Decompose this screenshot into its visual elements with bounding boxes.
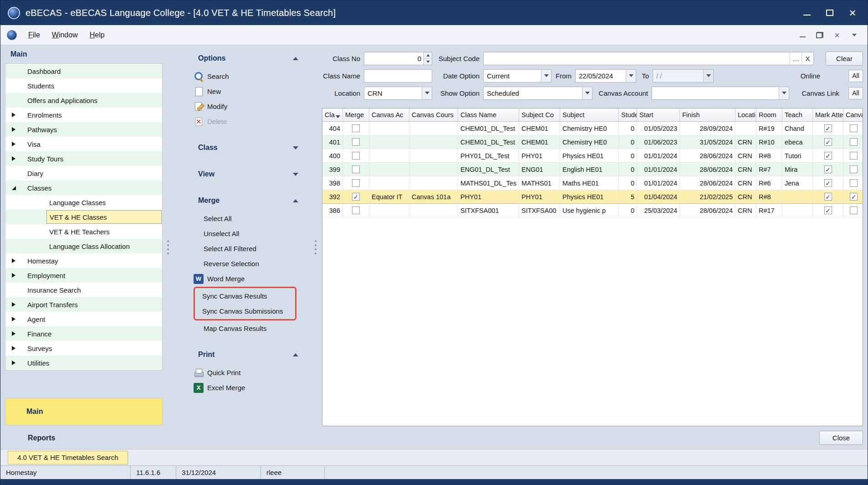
tool-item-sync-canvas-submissions[interactable]: Sync Canvas Submissions [195, 304, 295, 319]
tool-item-unselect-all[interactable]: Unselect All [191, 226, 300, 241]
group-header-view[interactable]: View [191, 166, 300, 182]
sidebar-item-diary[interactable]: Diary [5, 166, 162, 181]
sidebar-group-main[interactable]: Main [5, 398, 163, 425]
sidebar-item-classes[interactable]: Classes [5, 181, 162, 195]
sidebar-item-students[interactable]: Students [5, 78, 162, 93]
col-header-students[interactable]: Stude [619, 108, 637, 122]
merge-checkbox[interactable] [352, 179, 360, 187]
table-row[interactable]: 400PHY01_DL_TestPHY01Physics HE01001/01/… [322, 149, 863, 163]
canvas-account-select[interactable] [652, 87, 789, 100]
merge-checkbox[interactable] [352, 206, 360, 214]
merge-checkbox[interactable] [352, 165, 360, 173]
sidebar-group-reports[interactable]: Reports [5, 428, 163, 448]
group-header-merge[interactable]: Merge [191, 193, 300, 208]
merge-checkbox[interactable] [352, 152, 360, 160]
sidebar-item-vet-he-teachers[interactable]: VET & HE Teachers [5, 224, 162, 239]
sidebar-item-employment[interactable]: Employment [5, 268, 162, 283]
tab-vet-he-timetables-search[interactable]: 4.0 VET & HE Timetables Search [8, 451, 128, 464]
sidebar-item-pathways[interactable]: Pathways [5, 122, 162, 137]
merge-checkbox[interactable] [352, 193, 360, 201]
subject-code-lookup-button[interactable]: … [790, 52, 802, 65]
tool-item-modify[interactable]: Modify [191, 99, 300, 114]
col-header-teacher[interactable]: Teach [782, 108, 813, 122]
mdi-close-button[interactable]: × [833, 31, 841, 39]
menu-help[interactable]: Help [84, 28, 111, 42]
merge-checkbox[interactable] [352, 124, 360, 132]
col-header-canvas[interactable]: Canva [843, 108, 863, 122]
sidebar-item-utilities[interactable]: Utilities [5, 356, 162, 370]
col-header-mark_att[interactable]: Mark Atte [813, 108, 843, 122]
tool-item-search[interactable]: Search [191, 69, 300, 84]
date-option-select[interactable]: Current [483, 69, 551, 83]
sidebar-item-language-class-allocation[interactable]: Language Class Allocation [5, 239, 162, 253]
mark_att-checkbox[interactable] [824, 124, 832, 132]
sidebar-item-offers-and-applications[interactable]: Offers and Applications [5, 93, 162, 108]
group-header-options[interactable]: Options [191, 51, 300, 66]
canvas-checkbox[interactable] [850, 165, 858, 173]
col-header-room[interactable]: Room [756, 108, 782, 122]
col-header-merge[interactable]: Merge [343, 108, 369, 122]
table-row[interactable]: 398MATHS01_DL_TesMATHS01Maths HE01001/01… [322, 176, 863, 190]
canvas-checkbox[interactable] [850, 206, 858, 214]
col-header-subject_code[interactable]: Subject Co [519, 108, 560, 122]
col-header-location[interactable]: Locati [735, 108, 756, 122]
menu-window[interactable]: Window [46, 28, 84, 42]
tool-item-reverse-selection[interactable]: Reverse Selection [191, 256, 300, 271]
show-option-select[interactable]: Scheduled [483, 87, 592, 100]
mark_att-checkbox[interactable] [824, 179, 832, 187]
sidebar-item-finance[interactable]: Finance [5, 326, 162, 341]
class-name-input[interactable] [364, 69, 432, 83]
chevron-down-icon[interactable] [422, 87, 432, 99]
mark_att-checkbox[interactable] [824, 152, 832, 160]
tool-item-map-canvas-results[interactable]: Map Canvas Results [191, 321, 300, 336]
chevron-down-icon[interactable] [626, 70, 636, 82]
col-header-class_name[interactable]: Class Name [458, 108, 519, 122]
class-no-input[interactable]: 0 [364, 52, 432, 65]
tool-item-excel-merge[interactable]: Excel Merge [191, 380, 300, 395]
group-header-print[interactable]: Print [191, 347, 300, 362]
sidebar-item-insurance-search[interactable]: Insurance Search [5, 283, 162, 297]
canvas-checkbox[interactable] [850, 152, 858, 160]
mark_att-checkbox[interactable] [824, 206, 832, 214]
sidebar-item-airport-transfers[interactable]: Airport Transfers [5, 297, 162, 312]
sidebar-item-visa[interactable]: Visa [5, 137, 162, 151]
clear-button[interactable]: Clear [826, 52, 863, 66]
tool-item-word-merge[interactable]: Word Merge [191, 271, 300, 286]
sidebar-item-homestay[interactable]: Homestay [5, 253, 162, 268]
splitter-handle-left[interactable] [163, 45, 174, 449]
col-header-finish[interactable]: Finish [680, 108, 735, 122]
group-header-class[interactable]: Class [191, 140, 300, 155]
sidebar-item-study-tours[interactable]: Study Tours [5, 151, 162, 166]
tool-item-sync-canvas-results[interactable]: Sync Canvas Results [195, 289, 295, 304]
close-button[interactable]: Close [819, 431, 863, 445]
minimize-button[interactable] [796, 4, 818, 22]
col-header-canvas_account[interactable]: Canvas Ac [369, 108, 409, 122]
mark_att-checkbox[interactable] [824, 193, 832, 201]
mdi-restore-button[interactable] [816, 31, 824, 39]
tool-item-new[interactable]: New [191, 84, 300, 99]
canvas-checkbox[interactable] [850, 138, 858, 146]
sidebar-item-enrolments[interactable]: Enrolments [5, 108, 162, 122]
spin-up-icon[interactable] [424, 52, 432, 59]
col-header-canvas_course[interactable]: Canvas Cours [409, 108, 458, 122]
chevron-down-icon[interactable] [582, 87, 592, 99]
sidebar-item-agent[interactable]: Agent [5, 312, 162, 326]
merge-checkbox[interactable] [352, 138, 360, 146]
menu-file[interactable]: File [22, 28, 46, 42]
spin-down-icon[interactable] [424, 59, 432, 65]
maximize-button[interactable] [818, 4, 841, 22]
chevron-down-icon[interactable] [779, 87, 789, 99]
canvas-checkbox[interactable] [850, 193, 858, 201]
col-header-subject[interactable]: Subject [560, 108, 619, 122]
table-row[interactable]: 392Equator ITCanvas 101aPHY01PHY01Physic… [322, 190, 863, 204]
online-all-button[interactable]: All [848, 70, 863, 82]
tool-item-quick-print[interactable]: Quick Print [191, 365, 300, 380]
col-header-start[interactable]: Start [637, 108, 680, 122]
mdi-minimize-button[interactable] [798, 31, 807, 39]
sidebar-item-language-classes[interactable]: Language Classes [5, 195, 162, 210]
subject-code-clear-button[interactable]: X [802, 52, 813, 65]
tool-item-select-all-filtered[interactable]: Select All Filtered [191, 241, 300, 256]
table-row[interactable]: 401CHEM01_DL_TestCHEM01Chemistry HE0001/… [322, 135, 863, 149]
sidebar-item-surveys[interactable]: Surveys [5, 341, 162, 356]
sidebar-item-vet-he-classes[interactable]: VET & HE Classes [5, 210, 162, 224]
